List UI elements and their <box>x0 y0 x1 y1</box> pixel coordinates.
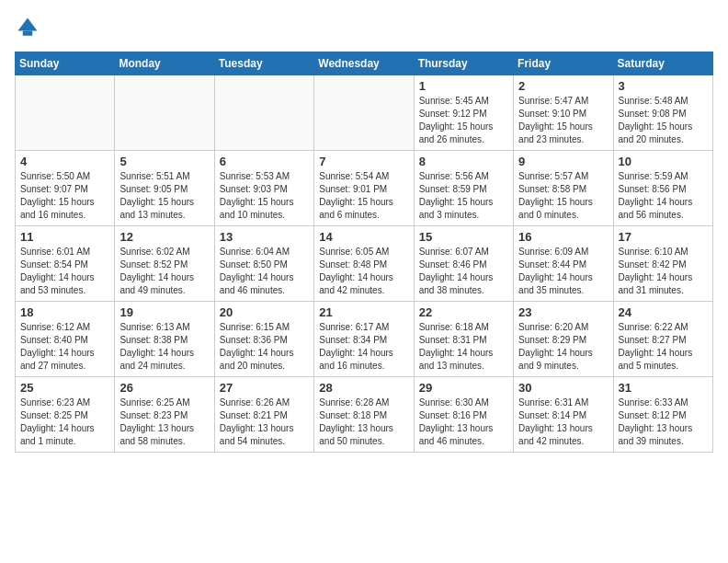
cell-info: Sunrise: 6:01 AMSunset: 8:54 PMDaylight:… <box>20 246 109 297</box>
day-number: 26 <box>119 381 209 395</box>
calendar-cell: 29Sunrise: 6:30 AMSunset: 8:16 PMDayligh… <box>414 377 513 453</box>
calendar-cell: 11Sunrise: 6:01 AMSunset: 8:54 PMDayligh… <box>16 226 115 302</box>
day-number: 25 <box>20 381 109 395</box>
calendar-cell: 3Sunrise: 5:48 AMSunset: 9:08 PMDaylight… <box>613 75 712 151</box>
day-number: 28 <box>319 381 408 395</box>
calendar-cell: 25Sunrise: 6:23 AMSunset: 8:25 PMDayligh… <box>16 377 115 453</box>
calendar-cell: 22Sunrise: 6:18 AMSunset: 8:31 PMDayligh… <box>414 302 513 377</box>
logo <box>15 15 44 40</box>
calendar-cell <box>214 75 313 151</box>
day-number: 17 <box>619 230 708 244</box>
weekday-header: Friday <box>514 52 613 75</box>
day-number: 3 <box>619 79 708 93</box>
day-number: 14 <box>319 230 408 244</box>
day-number: 13 <box>220 230 309 244</box>
day-number: 11 <box>20 230 109 244</box>
day-number: 7 <box>319 155 408 168</box>
day-number: 4 <box>20 155 109 168</box>
cell-info: Sunrise: 5:51 AMSunset: 9:05 PMDaylight:… <box>119 170 209 222</box>
calendar-cell: 21Sunrise: 6:17 AMSunset: 8:34 PMDayligh… <box>314 302 414 377</box>
calendar-week-row: 25Sunrise: 6:23 AMSunset: 8:25 PMDayligh… <box>16 377 713 453</box>
calendar-cell: 17Sunrise: 6:10 AMSunset: 8:42 PMDayligh… <box>613 226 712 302</box>
calendar-cell: 19Sunrise: 6:13 AMSunset: 8:38 PMDayligh… <box>115 302 214 377</box>
cell-info: Sunrise: 6:31 AMSunset: 8:14 PMDaylight:… <box>518 396 608 448</box>
cell-info: Sunrise: 6:22 AMSunset: 8:27 PMDaylight:… <box>619 321 708 373</box>
weekday-header: Saturday <box>613 52 712 75</box>
calendar-cell <box>115 75 214 151</box>
calendar-cell: 10Sunrise: 5:59 AMSunset: 8:56 PMDayligh… <box>613 151 712 226</box>
weekday-header: Wednesday <box>314 52 414 75</box>
weekday-header: Thursday <box>414 52 513 75</box>
day-number: 27 <box>220 381 309 395</box>
day-number: 2 <box>518 79 608 93</box>
calendar-week-row: 18Sunrise: 6:12 AMSunset: 8:40 PMDayligh… <box>16 302 713 377</box>
calendar-cell: 20Sunrise: 6:15 AMSunset: 8:36 PMDayligh… <box>214 302 313 377</box>
calendar-cell: 18Sunrise: 6:12 AMSunset: 8:40 PMDayligh… <box>16 302 115 377</box>
calendar-cell: 28Sunrise: 6:28 AMSunset: 8:18 PMDayligh… <box>314 377 414 453</box>
logo-icon <box>15 15 40 40</box>
calendar-cell: 2Sunrise: 5:47 AMSunset: 9:10 PMDaylight… <box>514 75 613 151</box>
calendar-cell: 8Sunrise: 5:56 AMSunset: 8:59 PMDaylight… <box>414 151 513 226</box>
day-number: 29 <box>419 381 508 395</box>
day-number: 30 <box>518 381 608 395</box>
calendar-cell: 16Sunrise: 6:09 AMSunset: 8:44 PMDayligh… <box>514 226 613 302</box>
calendar-week-row: 1Sunrise: 5:45 AMSunset: 9:12 PMDaylight… <box>16 75 713 151</box>
calendar-cell: 31Sunrise: 6:33 AMSunset: 8:12 PMDayligh… <box>613 377 712 453</box>
day-number: 19 <box>119 305 209 319</box>
day-number: 16 <box>518 230 608 244</box>
cell-info: Sunrise: 5:53 AMSunset: 9:03 PMDaylight:… <box>220 170 309 222</box>
cell-info: Sunrise: 5:50 AMSunset: 9:07 PMDaylight:… <box>20 170 109 222</box>
cell-info: Sunrise: 6:09 AMSunset: 8:44 PMDaylight:… <box>518 246 608 297</box>
cell-info: Sunrise: 6:28 AMSunset: 8:18 PMDaylight:… <box>319 396 408 448</box>
calendar-cell: 24Sunrise: 6:22 AMSunset: 8:27 PMDayligh… <box>613 302 712 377</box>
day-number: 22 <box>419 305 508 319</box>
cell-info: Sunrise: 6:15 AMSunset: 8:36 PMDaylight:… <box>220 321 309 373</box>
calendar-cell: 15Sunrise: 6:07 AMSunset: 8:46 PMDayligh… <box>414 226 513 302</box>
cell-info: Sunrise: 5:45 AMSunset: 9:12 PMDaylight:… <box>419 95 508 146</box>
calendar-cell: 5Sunrise: 5:51 AMSunset: 9:05 PMDaylight… <box>115 151 214 226</box>
cell-info: Sunrise: 6:25 AMSunset: 8:23 PMDaylight:… <box>119 396 209 448</box>
calendar-cell: 1Sunrise: 5:45 AMSunset: 9:12 PMDaylight… <box>414 75 513 151</box>
cell-info: Sunrise: 6:02 AMSunset: 8:52 PMDaylight:… <box>119 246 209 297</box>
day-number: 5 <box>119 155 209 168</box>
cell-info: Sunrise: 6:33 AMSunset: 8:12 PMDaylight:… <box>619 396 708 448</box>
calendar-cell: 13Sunrise: 6:04 AMSunset: 8:50 PMDayligh… <box>214 226 313 302</box>
calendar-cell: 27Sunrise: 6:26 AMSunset: 8:21 PMDayligh… <box>214 377 313 453</box>
cell-info: Sunrise: 6:18 AMSunset: 8:31 PMDaylight:… <box>419 321 508 373</box>
calendar-cell: 4Sunrise: 5:50 AMSunset: 9:07 PMDaylight… <box>16 151 115 226</box>
cell-info: Sunrise: 6:17 AMSunset: 8:34 PMDaylight:… <box>319 321 408 373</box>
page-header <box>15 15 713 40</box>
day-number: 6 <box>220 155 309 168</box>
cell-info: Sunrise: 5:54 AMSunset: 9:01 PMDaylight:… <box>319 170 408 222</box>
cell-info: Sunrise: 5:56 AMSunset: 8:59 PMDaylight:… <box>419 170 508 222</box>
calendar-cell: 23Sunrise: 6:20 AMSunset: 8:29 PMDayligh… <box>514 302 613 377</box>
header-row: SundayMondayTuesdayWednesdayThursdayFrid… <box>16 52 713 75</box>
day-number: 1 <box>419 79 508 93</box>
cell-info: Sunrise: 5:47 AMSunset: 9:10 PMDaylight:… <box>518 95 608 146</box>
calendar-cell <box>16 75 115 151</box>
weekday-header: Sunday <box>16 52 115 75</box>
cell-info: Sunrise: 6:26 AMSunset: 8:21 PMDaylight:… <box>220 396 309 448</box>
weekday-header: Tuesday <box>214 52 313 75</box>
calendar-cell: 12Sunrise: 6:02 AMSunset: 8:52 PMDayligh… <box>115 226 214 302</box>
calendar-cell: 9Sunrise: 5:57 AMSunset: 8:58 PMDaylight… <box>514 151 613 226</box>
svg-rect-1 <box>23 31 33 36</box>
weekday-header: Monday <box>115 52 214 75</box>
day-number: 31 <box>619 381 708 395</box>
day-number: 23 <box>518 305 608 319</box>
cell-info: Sunrise: 6:23 AMSunset: 8:25 PMDaylight:… <box>20 396 109 448</box>
calendar-cell <box>314 75 414 151</box>
calendar-week-row: 4Sunrise: 5:50 AMSunset: 9:07 PMDaylight… <box>16 151 713 226</box>
day-number: 9 <box>518 155 608 168</box>
calendar-cell: 14Sunrise: 6:05 AMSunset: 8:48 PMDayligh… <box>314 226 414 302</box>
cell-info: Sunrise: 6:04 AMSunset: 8:50 PMDaylight:… <box>220 246 309 297</box>
day-number: 15 <box>419 230 508 244</box>
day-number: 24 <box>619 305 708 319</box>
calendar-cell: 26Sunrise: 6:25 AMSunset: 8:23 PMDayligh… <box>115 377 214 453</box>
calendar-cell: 7Sunrise: 5:54 AMSunset: 9:01 PMDaylight… <box>314 151 414 226</box>
cell-info: Sunrise: 6:12 AMSunset: 8:40 PMDaylight:… <box>20 321 109 373</box>
day-number: 8 <box>419 155 508 168</box>
cell-info: Sunrise: 5:48 AMSunset: 9:08 PMDaylight:… <box>619 95 708 146</box>
calendar-cell: 30Sunrise: 6:31 AMSunset: 8:14 PMDayligh… <box>514 377 613 453</box>
cell-info: Sunrise: 6:05 AMSunset: 8:48 PMDaylight:… <box>319 246 408 297</box>
